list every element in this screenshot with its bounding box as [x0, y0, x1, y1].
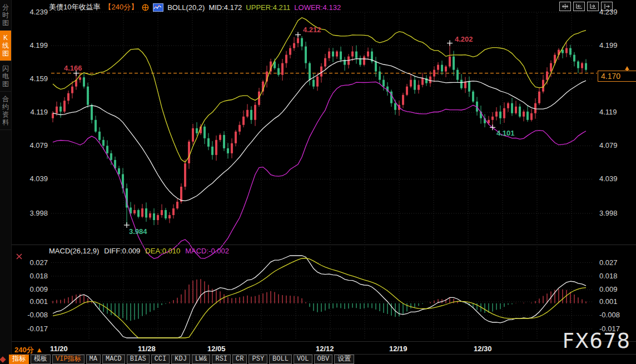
toolbar-button[interactable]: VIP指标 [52, 355, 85, 364]
sidebar-item-active[interactable]: K线图 [0, 31, 11, 61]
zoom-x-axis-icon[interactable] [573, 2, 585, 11]
macd-axis-right: 0.0270.0180.0090.001-0.008-0.017 [599, 0, 634, 364]
period-selector[interactable]: 240分 ▲ [14, 345, 43, 355]
panel-separator-macd-dates [11, 341, 636, 342]
macd-axis-left: 0.0270.0180.0090.001-0.008-0.017 [13, 0, 48, 364]
toolbar-button[interactable]: CR [232, 355, 247, 364]
symbol-title: 美债10年收益率 [49, 2, 100, 12]
sidebar-item-tab[interactable]: 分时图 [0, 0, 11, 31]
toolbar-button[interactable]: MACD [102, 355, 125, 364]
axis-tick-label: -0.008 [599, 311, 620, 320]
indicator-toolbar: 指标模板VIP指标MAMACDBIASCCIKDJLW&RSICRPSYBOLL… [9, 355, 354, 364]
date-tick-label: 12/19 [389, 345, 408, 353]
date-tick-label: 11/28 [138, 345, 156, 353]
date-tick-label: 12/05 [207, 345, 226, 353]
boll-mid-value: MID:4.172 [208, 3, 242, 12]
axis-tick-label: 0.001 [13, 297, 48, 306]
axis-tick-label: -0.008 [13, 311, 48, 320]
axis-tick-label: 0.018 [13, 272, 48, 281]
toolbar-button[interactable]: 设置 [334, 355, 354, 364]
app-root: 分时图K线图闪电图合约资料 美债10年收益率 【240分】 BOLL(20,2)… [0, 0, 636, 364]
axis-tick-label: 0.001 [599, 297, 618, 306]
toolbar-button[interactable]: LW& [192, 355, 211, 364]
toolbar-button[interactable]: OBV [314, 355, 333, 364]
chart-canvas[interactable] [0, 0, 636, 364]
date-tick-label: 12/30 [474, 345, 492, 353]
sidebar-item-tab[interactable]: 合约资料 [0, 92, 11, 130]
macd-hist-value: MACD:-0.002 [185, 247, 229, 255]
boll-lower-value: LOWER:4.132 [294, 3, 341, 12]
axis-tick-label: -0.017 [13, 325, 48, 333]
toolbar-button[interactable]: KDJ [171, 355, 190, 364]
axis-tick-label: 0.027 [599, 258, 618, 267]
last-price-badge: 4.170 [598, 71, 636, 82]
sidebar-item-tab[interactable]: 闪电图 [0, 61, 11, 92]
chart-header: 美债10年收益率 【240分】 BOLL(20,2) MID:4.172 UPP… [49, 2, 341, 12]
toolbar-button[interactable]: MA [86, 355, 101, 364]
toolbar-button[interactable]: BOLL [269, 355, 292, 364]
panel-separator-main-macd [11, 245, 636, 245]
target-icon[interactable] [142, 4, 149, 11]
zoom-y-axis-icon[interactable] [587, 2, 599, 11]
toolbar-button[interactable]: 模板 [31, 355, 51, 364]
toolbar-button[interactable]: 指标 [9, 355, 29, 364]
macd-diff-value: DIFF:0.009 [104, 247, 140, 255]
macd-dea-value: DEA:0.010 [145, 247, 180, 255]
toolbar-button[interactable]: RSI [212, 355, 231, 364]
boll-indicator-label: BOLL(20,2) [167, 3, 205, 12]
interval-label[interactable]: 【240分】 [104, 2, 138, 12]
sidebar: 分时图K线图闪电图合约资料 [0, 0, 12, 364]
axis-tick-label: 0.009 [599, 285, 618, 294]
toolbar-button[interactable]: BIAS [127, 355, 150, 364]
toolbar-button[interactable]: VOL [294, 355, 312, 364]
watermark: FX678 [563, 329, 630, 353]
mini-chart-icon[interactable] [153, 3, 163, 12]
date-tick-label: 12/12 [316, 345, 334, 353]
axis-tick-label: 0.018 [599, 272, 618, 281]
date-tick-label: 11/20 [50, 345, 68, 353]
toolbar-button[interactable]: PSY [249, 355, 267, 364]
toolbar-button[interactable]: CCI [151, 355, 170, 364]
macd-header: MACD(26,12,9) DIFF:0.009 DEA:0.010 MACD:… [49, 247, 229, 255]
axis-tick-label: 0.027 [13, 258, 48, 267]
axis-tick-label: 0.009 [13, 285, 48, 294]
boll-upper-value: UPPER:4.211 [246, 3, 290, 12]
macd-name-label: MACD(26,12,9) [49, 247, 99, 255]
pan-crosshair-icon[interactable] [559, 2, 571, 11]
